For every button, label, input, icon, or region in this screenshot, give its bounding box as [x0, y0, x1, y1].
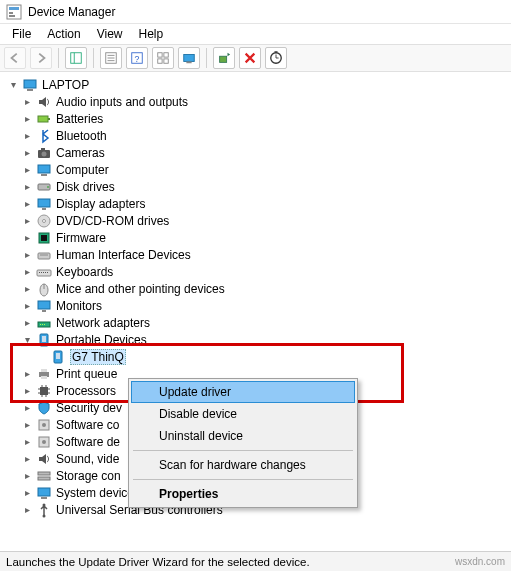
status-text: Launches the Update Driver Wizard for th… — [6, 556, 310, 568]
node-label: Keyboards — [56, 265, 113, 279]
tree-node[interactable]: ▸Audio inputs and outputs — [6, 93, 511, 110]
expander-icon[interactable]: ▸ — [20, 95, 34, 109]
svg-point-78 — [43, 503, 46, 506]
tree-node[interactable]: ▸Mice and other pointing devices — [6, 280, 511, 297]
expander-icon[interactable]: ▸ — [20, 214, 34, 228]
tree-node[interactable]: ▸Batteries — [6, 110, 511, 127]
menu-file[interactable]: File — [4, 25, 39, 43]
expander-icon[interactable]: ▸ — [20, 197, 34, 211]
forward-button[interactable] — [30, 47, 52, 69]
enable-device-button[interactable] — [213, 47, 235, 69]
node-label: Human Interface Devices — [56, 248, 191, 262]
svg-rect-41 — [41, 272, 42, 273]
tree-node-g7-thinq[interactable]: G7 ThinQ — [6, 348, 511, 365]
expander-icon[interactable]: ▸ — [20, 299, 34, 313]
menu-properties[interactable]: Properties — [131, 483, 355, 505]
expander-icon[interactable]: ▸ — [20, 486, 34, 500]
status-bar: Launches the Update Driver Wizard for th… — [0, 551, 511, 571]
tree-node[interactable]: ▸Disk drives — [6, 178, 511, 195]
expander-icon[interactable]: ▸ — [20, 452, 34, 466]
tree-node[interactable]: ▸Computer — [6, 161, 511, 178]
svg-rect-76 — [41, 497, 47, 499]
device-tree: ▾ LAPTOP ▸Audio inputs and outputs ▸Batt… — [0, 72, 511, 551]
expander-icon[interactable]: ▾ — [20, 333, 34, 347]
tree-node[interactable]: ▸Cameras — [6, 144, 511, 161]
expander-icon[interactable]: ▸ — [20, 129, 34, 143]
expander-icon[interactable]: ▸ — [20, 282, 34, 296]
show-hide-tree-button[interactable] — [65, 47, 87, 69]
expander-icon[interactable]: ▸ — [20, 248, 34, 262]
tree-node[interactable]: ▸Human Interface Devices — [6, 246, 511, 263]
scan-hardware-button[interactable] — [265, 47, 287, 69]
expander-icon[interactable]: ▸ — [20, 316, 34, 330]
tree-node[interactable]: ▸Keyboards — [6, 263, 511, 280]
system-icon — [36, 485, 52, 501]
properties-button[interactable] — [100, 47, 122, 69]
svg-rect-28 — [41, 174, 47, 176]
svg-rect-32 — [42, 208, 46, 210]
storage-icon — [36, 468, 52, 484]
expander-icon[interactable]: ▸ — [20, 180, 34, 194]
svg-rect-48 — [42, 310, 46, 312]
help-button[interactable]: ? — [126, 47, 148, 69]
svg-point-25 — [42, 151, 47, 156]
svg-rect-26 — [41, 148, 45, 150]
tree-node-portable-devices[interactable]: ▾Portable Devices — [6, 331, 511, 348]
expander-icon[interactable]: ▸ — [20, 435, 34, 449]
tree-node[interactable]: ▸Display adapters — [6, 195, 511, 212]
menu-help[interactable]: Help — [131, 25, 172, 43]
expander-icon[interactable]: ▸ — [20, 231, 34, 245]
node-label: Portable Devices — [56, 333, 147, 347]
toolbar-separator — [58, 48, 59, 68]
window-title: Device Manager — [28, 5, 115, 19]
menu-uninstall-device[interactable]: Uninstall device — [131, 425, 355, 447]
tree-node[interactable]: ▸Firmware — [6, 229, 511, 246]
menu-item-label: Uninstall device — [159, 429, 243, 443]
svg-rect-51 — [42, 324, 43, 325]
menu-scan-hardware[interactable]: Scan for hardware changes — [131, 454, 355, 476]
expander-icon[interactable]: ▸ — [20, 367, 34, 381]
expander-icon[interactable]: ▸ — [20, 469, 34, 483]
printer-icon — [36, 366, 52, 382]
expander-icon[interactable]: ▸ — [20, 112, 34, 126]
expander-icon[interactable]: ▸ — [20, 503, 34, 517]
uninstall-device-button[interactable] — [239, 47, 261, 69]
update-driver-button[interactable] — [178, 47, 200, 69]
expander-icon[interactable]: ▸ — [20, 384, 34, 398]
svg-rect-44 — [47, 272, 48, 273]
root-node[interactable]: ▾ LAPTOP — [6, 76, 511, 93]
grid-button[interactable] — [152, 47, 174, 69]
svg-rect-75 — [38, 488, 50, 496]
computer-icon — [36, 162, 52, 178]
expander-icon[interactable]: ▸ — [20, 163, 34, 177]
menu-bar: File Action View Help — [0, 24, 511, 44]
expander-icon[interactable]: ▾ — [6, 78, 20, 92]
svg-rect-42 — [43, 272, 44, 273]
node-label: Batteries — [56, 112, 103, 126]
menu-separator — [133, 450, 353, 451]
back-button[interactable] — [4, 47, 26, 69]
expander-icon[interactable]: ▸ — [20, 418, 34, 432]
svg-rect-59 — [41, 376, 47, 379]
expander-icon[interactable]: ▸ — [20, 146, 34, 160]
node-label: Security dev — [56, 401, 122, 415]
svg-rect-56 — [56, 353, 60, 359]
menu-update-driver[interactable]: Update driver — [131, 381, 355, 403]
toolbar-separator — [206, 48, 207, 68]
tree-node[interactable]: ▸Bluetooth — [6, 127, 511, 144]
expander-icon[interactable]: ▸ — [20, 265, 34, 279]
tree-node[interactable]: ▸DVD/CD-ROM drives — [6, 212, 511, 229]
menu-disable-device[interactable]: Disable device — [131, 403, 355, 425]
tree-node[interactable]: ▸Monitors — [6, 297, 511, 314]
disk-icon — [36, 179, 52, 195]
menu-action[interactable]: Action — [39, 25, 88, 43]
svg-rect-17 — [186, 62, 191, 64]
software-icon — [36, 434, 52, 450]
tree-node[interactable]: ▸Network adapters — [6, 314, 511, 331]
node-label: Sound, vide — [56, 452, 119, 466]
expander-icon[interactable]: ▸ — [20, 401, 34, 415]
menu-view[interactable]: View — [89, 25, 131, 43]
svg-rect-23 — [48, 118, 50, 120]
node-label: Display adapters — [56, 197, 145, 211]
node-label: Cameras — [56, 146, 105, 160]
